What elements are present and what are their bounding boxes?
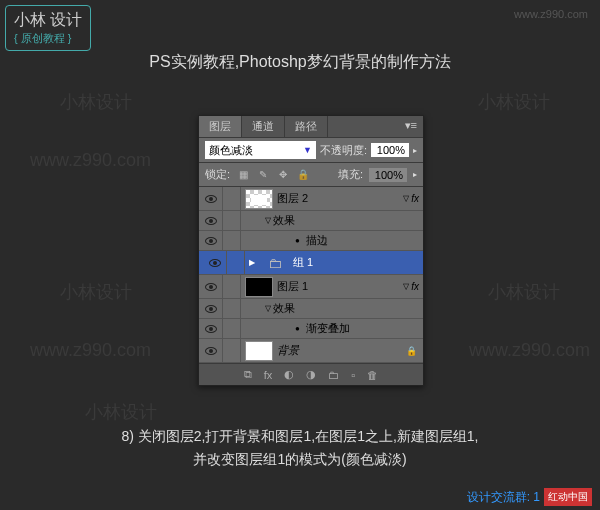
lock-transparent-icon[interactable]: ▦ bbox=[236, 168, 250, 182]
layer-mask-icon[interactable]: ◐ bbox=[284, 368, 294, 381]
lock-pixels-icon[interactable]: ✎ bbox=[256, 168, 270, 182]
adjustment-layer-icon[interactable]: ◑ bbox=[306, 368, 316, 381]
eye-icon bbox=[205, 347, 217, 355]
link-column bbox=[223, 319, 241, 338]
effect-label: 效果 bbox=[273, 213, 423, 228]
effect-header-row[interactable]: ▽ 效果 bbox=[199, 211, 423, 231]
link-column bbox=[223, 231, 241, 250]
background-layer-row[interactable]: 背景 🔒 bbox=[199, 339, 423, 363]
lock-all-icon[interactable]: 🔒 bbox=[296, 168, 310, 182]
lock-label: 锁定: bbox=[205, 167, 230, 182]
layer-name: 背景 bbox=[277, 343, 406, 358]
watermark: 小林设计 bbox=[478, 90, 550, 114]
effect-row[interactable]: ● 描边 bbox=[199, 231, 423, 251]
layers-panel: 图层 通道 路径 ▾≡ 颜色减淡 ▼ 不透明度: 100% ▸ 锁定: ▦ ✎ … bbox=[198, 115, 424, 386]
link-column bbox=[223, 187, 241, 210]
effect-row[interactable]: ● 渐变叠加 bbox=[199, 319, 423, 339]
watermark: 小林设计 bbox=[85, 400, 157, 424]
eye-icon bbox=[205, 237, 217, 245]
visibility-toggle[interactable] bbox=[199, 339, 223, 362]
collapse-icon[interactable]: ▽ bbox=[403, 282, 409, 291]
collapse-icon[interactable]: ▽ bbox=[265, 304, 271, 313]
caption: 8) 关闭图层2,打开背景和图层1,在图层1之上,新建图层组1, 并改变图层组1… bbox=[0, 425, 600, 470]
footer-text: 设计交流群: 1 bbox=[467, 489, 540, 506]
visibility-toggle[interactable] bbox=[199, 299, 223, 318]
collapse-icon[interactable]: ▽ bbox=[265, 216, 271, 225]
panel-bottom-bar: ⧉ fx ◐ ◑ 🗀 ▫ 🗑 bbox=[199, 363, 423, 385]
layer-row[interactable]: 图层 2 ▽ fx bbox=[199, 187, 423, 211]
visibility-toggle[interactable] bbox=[199, 187, 223, 210]
group-row[interactable]: ▶ 🗀 组 1 bbox=[199, 251, 423, 275]
effect-header-row[interactable]: ▽ 效果 bbox=[199, 299, 423, 319]
panel-menu-icon[interactable]: ▾≡ bbox=[399, 116, 423, 137]
eye-icon bbox=[205, 305, 217, 313]
effect-name: 描边 bbox=[306, 233, 423, 248]
tab-channels[interactable]: 通道 bbox=[242, 116, 285, 137]
layer-name: 图层 1 bbox=[277, 279, 403, 294]
link-column bbox=[223, 339, 241, 362]
watermark: www.z990.com bbox=[30, 150, 151, 171]
tab-paths[interactable]: 路径 bbox=[285, 116, 328, 137]
eye-icon bbox=[205, 283, 217, 291]
visibility-toggle[interactable] bbox=[199, 275, 223, 298]
logo-title: 小林 设计 bbox=[14, 10, 82, 31]
group-name: 组 1 bbox=[293, 255, 419, 270]
logo: 小林 设计 { 原创教程 } bbox=[5, 5, 91, 51]
link-column bbox=[223, 275, 241, 298]
new-layer-icon[interactable]: ▫ bbox=[351, 369, 355, 381]
new-group-icon[interactable]: 🗀 bbox=[328, 369, 339, 381]
layer-row[interactable]: 图层 1 ▽ fx bbox=[199, 275, 423, 299]
opacity-input[interactable]: 100% bbox=[371, 143, 409, 157]
fx-badge: fx bbox=[411, 281, 419, 292]
watermark: www.z990.com bbox=[469, 340, 590, 361]
watermark: 小林设计 bbox=[60, 280, 132, 304]
panel-tabs: 图层 通道 路径 ▾≡ bbox=[199, 116, 423, 137]
link-layers-icon[interactable]: ⧉ bbox=[244, 368, 252, 381]
watermark: www.z990.com bbox=[30, 340, 151, 361]
effect-label: 效果 bbox=[273, 301, 423, 316]
fill-label: 填充: bbox=[338, 167, 363, 182]
fill-arrow-icon[interactable]: ▸ bbox=[413, 170, 417, 179]
opacity-label: 不透明度: bbox=[320, 143, 367, 158]
layer-thumbnail bbox=[245, 277, 273, 297]
caption-line2: 并改变图层组1的模式为(颜色减淡) bbox=[0, 448, 600, 470]
footer: 设计交流群: 1 红动中国 bbox=[467, 488, 592, 506]
layer-name: 图层 2 bbox=[277, 191, 403, 206]
eye-icon bbox=[205, 217, 217, 225]
site-url: www.z990.com bbox=[514, 8, 588, 20]
page-title: PS实例教程,Photoshp梦幻背景的制作方法 bbox=[0, 52, 600, 73]
logo-subtitle: { 原创教程 } bbox=[14, 31, 82, 46]
opacity-arrow-icon[interactable]: ▸ bbox=[413, 146, 417, 155]
visibility-toggle[interactable] bbox=[199, 231, 223, 250]
expand-icon[interactable]: ▶ bbox=[249, 258, 255, 267]
dropdown-arrow-icon: ▼ bbox=[303, 145, 312, 155]
layer-thumbnail bbox=[245, 341, 273, 361]
fill-input[interactable]: 100% bbox=[369, 168, 407, 182]
eye-icon bbox=[209, 259, 221, 267]
visibility-toggle[interactable] bbox=[203, 251, 227, 274]
tab-layers[interactable]: 图层 bbox=[199, 116, 242, 137]
link-column bbox=[223, 211, 241, 230]
visibility-toggle[interactable] bbox=[199, 319, 223, 338]
badge-title: 红动中国 bbox=[548, 491, 588, 502]
blend-mode-select[interactable]: 颜色减淡 ▼ bbox=[205, 141, 316, 159]
collapse-icon[interactable]: ▽ bbox=[403, 194, 409, 203]
caption-line1: 8) 关闭图层2,打开背景和图层1,在图层1之上,新建图层组1, bbox=[0, 425, 600, 447]
eye-icon bbox=[205, 325, 217, 333]
watermark: 小林设计 bbox=[488, 280, 560, 304]
delete-layer-icon[interactable]: 🗑 bbox=[367, 369, 378, 381]
layer-style-icon[interactable]: fx bbox=[264, 369, 273, 381]
link-column bbox=[223, 299, 241, 318]
layers-list: 图层 2 ▽ fx ▽ 效果 ● 描边 ▶ 🗀 组 1 bbox=[199, 187, 423, 363]
fx-badge: fx bbox=[411, 193, 419, 204]
blend-opacity-row: 颜色减淡 ▼ 不透明度: 100% ▸ bbox=[199, 137, 423, 163]
watermark: 小林设计 bbox=[60, 90, 132, 114]
visibility-toggle[interactable] bbox=[199, 211, 223, 230]
lock-icon: 🔒 bbox=[406, 346, 417, 356]
layer-thumbnail bbox=[245, 189, 273, 209]
blend-mode-value: 颜色减淡 bbox=[209, 143, 253, 158]
link-column bbox=[227, 251, 245, 274]
lock-row: 锁定: ▦ ✎ ✥ 🔒 填充: 100% ▸ bbox=[199, 163, 423, 187]
lock-position-icon[interactable]: ✥ bbox=[276, 168, 290, 182]
bullet-icon: ● bbox=[295, 324, 300, 333]
